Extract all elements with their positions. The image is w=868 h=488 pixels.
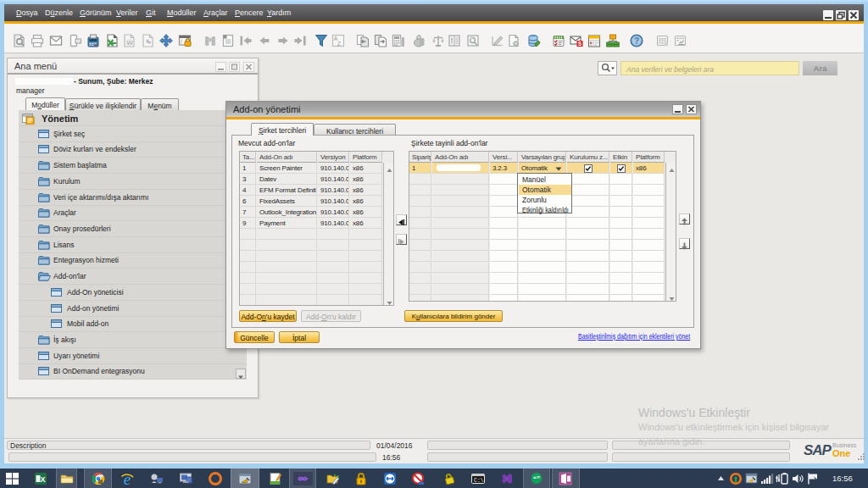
svg-text:“”: “” <box>533 475 540 483</box>
svg-text:W: W <box>126 39 133 47</box>
svg-text:?: ? <box>634 36 639 46</box>
svg-text:X: X <box>40 475 45 484</box>
svg-text:Z: Z <box>337 41 342 47</box>
svg-text:C:\: C:\ <box>474 478 484 484</box>
svg-text:S: S <box>578 41 582 47</box>
